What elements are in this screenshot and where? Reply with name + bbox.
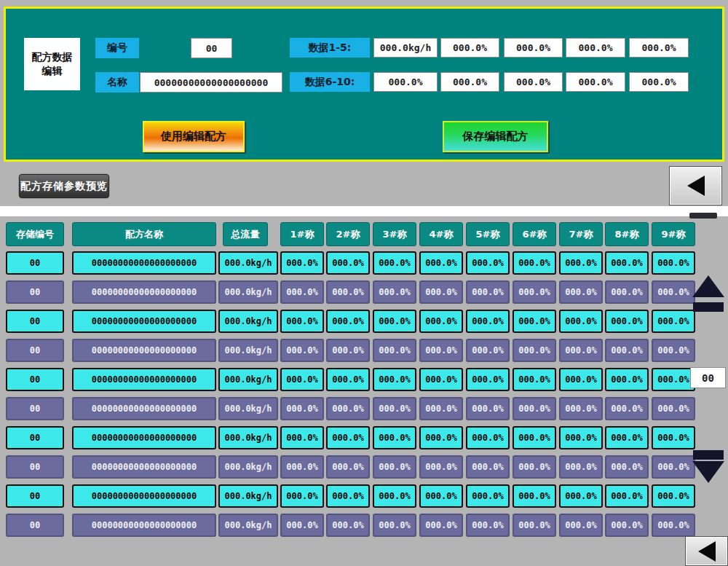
cell-recipe-name[interactable]: 00000000000000000000 — [72, 397, 216, 420]
cell-scale-3[interactable]: 000.0% — [373, 310, 416, 333]
cell-scale-2[interactable]: 000.0% — [326, 339, 370, 362]
scroll-down-icon[interactable] — [692, 461, 724, 483]
cell-storage-no[interactable]: 00 — [6, 484, 64, 508]
cell-scale-2[interactable]: 000.0% — [326, 426, 370, 449]
cell-scale-5[interactable]: 000.0% — [466, 397, 510, 420]
cell-recipe-name[interactable]: 00000000000000000000 — [72, 484, 216, 508]
cell-scale-8[interactable]: 000.0% — [605, 426, 649, 449]
cell-scale-5[interactable]: 000.0% — [466, 455, 510, 479]
name-field[interactable]: 00000000000000000000 — [140, 72, 282, 93]
cell-scale-9[interactable]: 000.0% — [652, 397, 695, 420]
data-field-1[interactable]: 000.0kg/h — [373, 38, 438, 58]
cell-scale-4[interactable]: 000.0% — [419, 310, 463, 333]
data-field-b-2[interactable]: 000.0% — [440, 72, 499, 92]
cell-scale-9[interactable]: 000.0% — [652, 310, 695, 333]
cell-scale-9[interactable]: 000.0% — [652, 339, 695, 362]
cell-storage-no[interactable]: 00 — [6, 368, 64, 391]
cell-scale-4[interactable]: 000.0% — [419, 368, 463, 391]
cell-scale-8[interactable]: 000.0% — [605, 339, 649, 362]
cell-scale-4[interactable]: 000.0% — [419, 339, 463, 362]
cell-scale-9[interactable]: 000.0% — [652, 368, 695, 391]
scroll-up-bar[interactable] — [693, 302, 724, 312]
cell-storage-no[interactable]: 00 — [6, 514, 64, 537]
cell-scale-3[interactable]: 000.0% — [373, 251, 416, 275]
cell-scale-6[interactable]: 000.0% — [513, 455, 556, 479]
cell-scale-9[interactable]: 000.0% — [652, 455, 695, 479]
cell-storage-no[interactable]: 00 — [6, 280, 64, 304]
cell-scale-5[interactable]: 000.0% — [466, 484, 510, 508]
data-field-b-3[interactable]: 000.0% — [504, 72, 563, 92]
cell-total-flow[interactable]: 000.0kg/h — [218, 310, 278, 333]
cell-scale-4[interactable]: 000.0% — [419, 426, 463, 449]
cell-recipe-name[interactable]: 00000000000000000000 — [72, 251, 216, 275]
cell-scale-8[interactable]: 000.0% — [605, 251, 649, 275]
cell-recipe-name[interactable]: 00000000000000000000 — [72, 368, 216, 391]
scroll-up-icon[interactable] — [692, 275, 724, 297]
cell-scale-7[interactable]: 000.0% — [559, 339, 603, 362]
cell-total-flow[interactable]: 000.0kg/h — [218, 397, 278, 420]
cell-scale-7[interactable]: 000.0% — [559, 368, 603, 391]
cell-scale-8[interactable]: 000.0% — [605, 368, 649, 391]
cell-scale-6[interactable]: 000.0% — [513, 251, 556, 275]
cell-scale-1[interactable]: 000.0% — [280, 484, 324, 508]
cell-scale-9[interactable]: 000.0% — [652, 426, 695, 449]
cell-scale-1[interactable]: 000.0% — [280, 368, 324, 391]
cell-scale-6[interactable]: 000.0% — [513, 280, 556, 304]
cell-scale-5[interactable]: 000.0% — [466, 251, 510, 275]
cell-scale-5[interactable]: 000.0% — [466, 280, 510, 304]
save-edited-recipe-button[interactable]: 保存编辑配方 — [443, 121, 548, 152]
cell-scale-7[interactable]: 000.0% — [559, 251, 603, 275]
cell-total-flow[interactable]: 000.0kg/h — [218, 280, 278, 304]
cell-scale-3[interactable]: 000.0% — [373, 368, 416, 391]
cell-scale-8[interactable]: 000.0% — [605, 280, 649, 304]
cell-scale-6[interactable]: 000.0% — [513, 484, 556, 508]
data-field-b-5[interactable]: 000.0% — [629, 72, 689, 92]
cell-scale-9[interactable]: 000.0% — [652, 484, 695, 508]
cell-scale-2[interactable]: 000.0% — [326, 484, 370, 508]
cell-storage-no[interactable]: 00 — [6, 426, 64, 449]
use-edited-recipe-button[interactable]: 使用编辑配方 — [143, 121, 245, 152]
cell-scale-6[interactable]: 000.0% — [513, 310, 556, 333]
cell-storage-no[interactable]: 00 — [6, 339, 64, 362]
cell-scale-2[interactable]: 000.0% — [326, 280, 370, 304]
cell-scale-2[interactable]: 000.0% — [326, 397, 370, 420]
cell-scale-3[interactable]: 000.0% — [373, 455, 416, 479]
cell-scale-6[interactable]: 000.0% — [513, 426, 556, 449]
cell-recipe-name[interactable]: 00000000000000000000 — [72, 280, 216, 304]
cell-total-flow[interactable]: 000.0kg/h — [218, 426, 278, 449]
cell-scale-4[interactable]: 000.0% — [419, 455, 463, 479]
cell-scale-4[interactable]: 000.0% — [419, 397, 463, 420]
cell-total-flow[interactable]: 000.0kg/h — [218, 514, 278, 537]
cell-scale-2[interactable]: 000.0% — [326, 514, 370, 537]
cell-scale-5[interactable]: 000.0% — [466, 368, 510, 391]
cell-scale-8[interactable]: 000.0% — [605, 397, 649, 420]
cell-scale-1[interactable]: 000.0% — [280, 426, 324, 449]
cell-total-flow[interactable]: 000.0kg/h — [218, 339, 278, 362]
cell-total-flow[interactable]: 000.0kg/h — [218, 455, 278, 479]
cell-storage-no[interactable]: 00 — [6, 455, 64, 479]
cell-scale-7[interactable]: 000.0% — [559, 310, 603, 333]
cell-scale-3[interactable]: 000.0% — [373, 397, 416, 420]
cell-scale-2[interactable]: 000.0% — [326, 368, 370, 391]
cell-total-flow[interactable]: 000.0kg/h — [218, 368, 278, 391]
cell-scale-9[interactable]: 000.0% — [652, 280, 695, 304]
data-field-4[interactable]: 000.0% — [566, 38, 625, 58]
cell-scale-5[interactable]: 000.0% — [466, 426, 510, 449]
cell-scale-9[interactable]: 000.0% — [652, 514, 695, 537]
cell-scale-4[interactable]: 000.0% — [419, 514, 463, 537]
cell-total-flow[interactable]: 000.0kg/h — [218, 251, 278, 275]
cell-scale-9[interactable]: 000.0% — [652, 251, 695, 275]
cell-scale-6[interactable]: 000.0% — [513, 339, 556, 362]
data-field-3[interactable]: 000.0% — [504, 38, 563, 58]
cell-storage-no[interactable]: 00 — [6, 397, 64, 420]
cell-scale-4[interactable]: 000.0% — [419, 280, 463, 304]
cell-recipe-name[interactable]: 00000000000000000000 — [72, 514, 216, 537]
cell-scale-7[interactable]: 000.0% — [559, 426, 603, 449]
data-field-b-1[interactable]: 000.0% — [373, 72, 438, 92]
data-field-5[interactable]: 000.0% — [629, 38, 689, 58]
cell-total-flow[interactable]: 000.0kg/h — [218, 484, 278, 508]
cell-scale-1[interactable]: 000.0% — [280, 455, 324, 479]
cell-scale-6[interactable]: 000.0% — [513, 368, 556, 391]
cell-scale-6[interactable]: 000.0% — [513, 514, 556, 537]
cell-scale-3[interactable]: 000.0% — [373, 426, 416, 449]
